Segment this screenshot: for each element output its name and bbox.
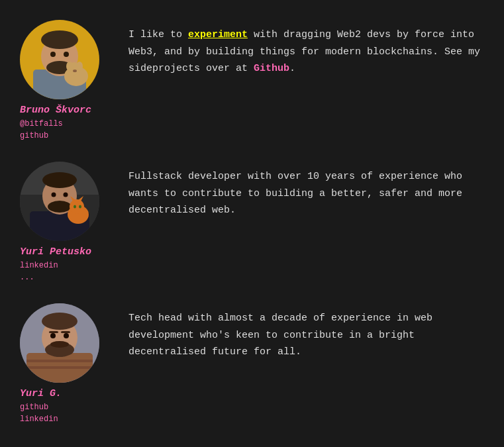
member-link-bruno-github[interactable]: github <box>20 130 48 142</box>
member-link-yuri-p-extra: ... <box>20 272 34 283</box>
svg-point-21 <box>70 199 84 214</box>
member-handle-bruno[interactable]: @bitfalls <box>20 118 63 130</box>
svg-rect-37 <box>49 331 58 333</box>
avatar-yuri-g <box>20 303 99 383</box>
member-left-bruno: Bruno Škvorc @bitfalls github <box>20 20 113 142</box>
svg-point-6 <box>64 52 69 57</box>
member-bio-yuri-g: Tech head with almost a decade of experi… <box>128 303 484 361</box>
member-bio-yuri-p: Fullstack developer with over 10 years o… <box>128 162 484 219</box>
member-link-yuri-p-linkedin[interactable]: linkedin <box>20 260 58 272</box>
svg-point-34 <box>50 341 69 348</box>
svg-point-16 <box>42 172 77 188</box>
svg-point-32 <box>42 313 77 330</box>
svg-point-19 <box>64 193 68 197</box>
member-link-yuri-g-linkedin[interactable]: linkedin <box>20 413 58 425</box>
svg-point-24 <box>74 205 76 209</box>
svg-point-18 <box>52 193 56 197</box>
member-left-yuri-g: Yuri G. github linkedin <box>20 303 113 425</box>
svg-point-35 <box>50 333 56 338</box>
svg-point-17 <box>48 201 72 213</box>
team-member-yuri-p: Yuri Petusko linkedin ... Fullstack deve… <box>20 162 484 283</box>
avatar-yuri-p <box>20 162 99 241</box>
svg-point-5 <box>50 52 56 57</box>
member-name-yuri-g: Yuri G. <box>20 388 62 399</box>
team-container: Bruno Škvorc @bitfalls github I like to … <box>13 13 491 432</box>
svg-point-11 <box>73 70 77 72</box>
svg-rect-29 <box>26 360 93 362</box>
team-member-bruno: Bruno Škvorc @bitfalls github I like to … <box>20 20 484 142</box>
avatar-bruno <box>20 20 99 99</box>
svg-point-3 <box>41 30 78 49</box>
svg-point-10 <box>76 62 83 71</box>
svg-point-25 <box>79 205 81 209</box>
highlight-experiment: experiment <box>188 29 248 40</box>
member-link-yuri-g-github[interactable]: github <box>20 401 48 413</box>
svg-rect-38 <box>61 331 70 333</box>
svg-point-36 <box>64 333 69 338</box>
svg-point-9 <box>66 62 73 71</box>
member-left-yuri-p: Yuri Petusko linkedin ... <box>20 162 113 283</box>
member-name-yuri-p: Yuri Petusko <box>20 246 91 258</box>
member-bio-bruno: I like to experiment with dragging Web2 … <box>128 20 484 77</box>
highlight-github[interactable]: Github <box>254 63 289 74</box>
svg-rect-30 <box>26 366 93 369</box>
team-member-yuri-g: Yuri G. github linkedin Tech head with a… <box>20 303 484 425</box>
member-name-bruno: Bruno Škvorc <box>20 105 91 116</box>
